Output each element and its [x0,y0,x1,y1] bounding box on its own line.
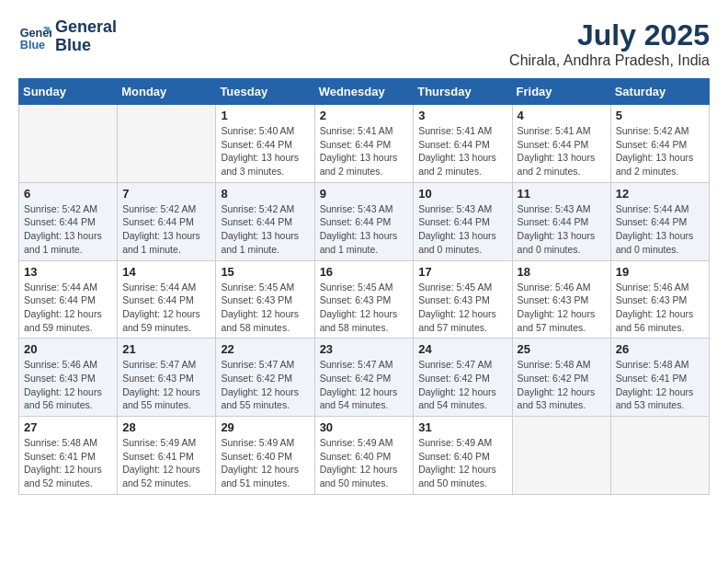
calendar-cell: 24Sunrise: 5:47 AM Sunset: 6:42 PM Dayli… [414,339,512,417]
calendar-cell: 6Sunrise: 5:42 AM Sunset: 6:44 PM Daylig… [19,182,118,260]
calendar-cell: 14Sunrise: 5:44 AM Sunset: 6:44 PM Dayli… [118,260,216,339]
calendar-cell [610,417,709,495]
logo-text: General Blue [55,18,117,55]
weekday-header-row: SundayMondayTuesdayWednesdayThursdayFrid… [19,79,710,105]
day-info: Sunrise: 5:49 AM Sunset: 6:40 PM Dayligh… [320,436,409,490]
calendar-cell [512,417,610,495]
calendar-cell: 3Sunrise: 5:41 AM Sunset: 6:44 PM Daylig… [414,105,512,183]
day-number: 10 [418,187,506,201]
calendar-cell [118,105,216,183]
calendar-cell: 27Sunrise: 5:48 AM Sunset: 6:41 PM Dayli… [19,417,118,495]
calendar-cell: 5Sunrise: 5:42 AM Sunset: 6:44 PM Daylig… [610,105,709,183]
day-number: 31 [418,420,506,434]
day-info: Sunrise: 5:49 AM Sunset: 6:40 PM Dayligh… [418,436,506,490]
day-number: 12 [616,187,704,201]
page-header: General Blue General Blue July 2025 Chir… [18,18,710,69]
day-number: 8 [221,187,309,201]
calendar-cell: 11Sunrise: 5:43 AM Sunset: 6:44 PM Dayli… [512,182,610,260]
day-info: Sunrise: 5:49 AM Sunset: 6:40 PM Dayligh… [221,436,309,490]
location: Chirala, Andhra Pradesh, India [509,52,710,69]
calendar-cell: 26Sunrise: 5:48 AM Sunset: 6:41 PM Dayli… [610,339,709,417]
day-info: Sunrise: 5:45 AM Sunset: 6:43 PM Dayligh… [320,281,409,335]
day-info: Sunrise: 5:47 AM Sunset: 6:42 PM Dayligh… [320,358,409,412]
day-number: 30 [320,420,409,434]
calendar-cell: 30Sunrise: 5:49 AM Sunset: 6:40 PM Dayli… [314,417,414,495]
calendar-table: SundayMondayTuesdayWednesdayThursdayFrid… [18,78,710,495]
calendar-cell: 21Sunrise: 5:47 AM Sunset: 6:43 PM Dayli… [118,339,216,417]
day-number: 14 [122,265,210,279]
day-number: 5 [616,109,704,122]
day-info: Sunrise: 5:47 AM Sunset: 6:43 PM Dayligh… [122,358,210,412]
logo-line2: Blue [55,36,91,54]
day-number: 1 [221,109,309,122]
weekday-header-thursday: Thursday [414,79,512,105]
day-number: 9 [320,187,409,201]
weekday-header-friday: Friday [512,79,610,105]
calendar-cell: 9Sunrise: 5:43 AM Sunset: 6:44 PM Daylig… [314,182,414,260]
day-info: Sunrise: 5:44 AM Sunset: 6:44 PM Dayligh… [616,202,704,257]
weekday-header-tuesday: Tuesday [216,79,314,105]
calendar-cell: 29Sunrise: 5:49 AM Sunset: 6:40 PM Dayli… [216,417,314,495]
day-number: 18 [518,265,606,279]
week-row-5: 27Sunrise: 5:48 AM Sunset: 6:41 PM Dayli… [19,417,710,495]
day-number: 7 [122,187,210,201]
day-info: Sunrise: 5:47 AM Sunset: 6:42 PM Dayligh… [418,358,506,412]
calendar-cell: 20Sunrise: 5:46 AM Sunset: 6:43 PM Dayli… [19,339,118,417]
weekday-header-saturday: Saturday [610,79,709,105]
calendar-cell: 17Sunrise: 5:45 AM Sunset: 6:43 PM Dayli… [414,260,512,339]
week-row-3: 13Sunrise: 5:44 AM Sunset: 6:44 PM Dayli… [19,260,710,339]
week-row-4: 20Sunrise: 5:46 AM Sunset: 6:43 PM Dayli… [19,339,710,417]
logo-line1: General [55,17,117,36]
day-info: Sunrise: 5:45 AM Sunset: 6:43 PM Dayligh… [221,281,309,335]
day-number: 20 [24,342,112,356]
calendar-cell: 4Sunrise: 5:41 AM Sunset: 6:44 PM Daylig… [512,105,610,183]
day-info: Sunrise: 5:46 AM Sunset: 6:43 PM Dayligh… [24,358,112,412]
calendar-cell: 1Sunrise: 5:40 AM Sunset: 6:44 PM Daylig… [216,105,314,183]
day-info: Sunrise: 5:41 AM Sunset: 6:44 PM Dayligh… [320,124,409,178]
calendar-cell: 28Sunrise: 5:49 AM Sunset: 6:41 PM Dayli… [118,417,216,495]
calendar-cell: 16Sunrise: 5:45 AM Sunset: 6:43 PM Dayli… [314,260,414,339]
day-info: Sunrise: 5:49 AM Sunset: 6:41 PM Dayligh… [122,436,210,490]
day-info: Sunrise: 5:42 AM Sunset: 6:44 PM Dayligh… [616,124,704,178]
day-info: Sunrise: 5:45 AM Sunset: 6:43 PM Dayligh… [418,281,506,335]
calendar-cell: 13Sunrise: 5:44 AM Sunset: 6:44 PM Dayli… [19,260,118,339]
calendar-cell: 12Sunrise: 5:44 AM Sunset: 6:44 PM Dayli… [610,182,709,260]
day-number: 13 [24,265,112,279]
day-number: 2 [320,109,409,122]
day-info: Sunrise: 5:43 AM Sunset: 6:44 PM Dayligh… [418,202,506,257]
month-year: July 2025 [509,18,710,52]
day-info: Sunrise: 5:48 AM Sunset: 6:41 PM Dayligh… [24,436,112,490]
day-info: Sunrise: 5:46 AM Sunset: 6:43 PM Dayligh… [518,281,606,335]
day-number: 3 [418,109,506,122]
weekday-header-sunday: Sunday [19,79,118,105]
day-info: Sunrise: 5:48 AM Sunset: 6:41 PM Dayligh… [616,358,704,412]
day-number: 15 [221,265,309,279]
calendar-cell: 8Sunrise: 5:42 AM Sunset: 6:44 PM Daylig… [216,182,314,260]
weekday-header-monday: Monday [118,79,216,105]
calendar-cell: 25Sunrise: 5:48 AM Sunset: 6:42 PM Dayli… [512,339,610,417]
week-row-2: 6Sunrise: 5:42 AM Sunset: 6:44 PM Daylig… [19,182,710,260]
day-info: Sunrise: 5:42 AM Sunset: 6:44 PM Dayligh… [221,202,309,257]
day-number: 16 [320,265,409,279]
calendar-cell: 2Sunrise: 5:41 AM Sunset: 6:44 PM Daylig… [314,105,414,183]
calendar-cell: 23Sunrise: 5:47 AM Sunset: 6:42 PM Dayli… [314,339,414,417]
weekday-header-wednesday: Wednesday [314,79,414,105]
calendar-cell: 22Sunrise: 5:47 AM Sunset: 6:42 PM Dayli… [216,339,314,417]
day-info: Sunrise: 5:44 AM Sunset: 6:44 PM Dayligh… [122,281,210,335]
day-number: 4 [518,109,606,122]
title-section: July 2025 Chirala, Andhra Pradesh, India [509,18,710,69]
day-number: 26 [616,342,704,356]
calendar-cell: 31Sunrise: 5:49 AM Sunset: 6:40 PM Dayli… [414,417,512,495]
day-info: Sunrise: 5:46 AM Sunset: 6:43 PM Dayligh… [616,281,704,335]
day-number: 29 [221,420,309,434]
calendar-cell: 10Sunrise: 5:43 AM Sunset: 6:44 PM Dayli… [414,182,512,260]
day-number: 28 [122,420,210,434]
svg-text:Blue: Blue [20,38,45,51]
day-info: Sunrise: 5:47 AM Sunset: 6:42 PM Dayligh… [221,358,309,412]
day-number: 19 [616,265,704,279]
week-row-1: 1Sunrise: 5:40 AM Sunset: 6:44 PM Daylig… [19,105,710,183]
day-info: Sunrise: 5:41 AM Sunset: 6:44 PM Dayligh… [418,124,506,178]
day-info: Sunrise: 5:42 AM Sunset: 6:44 PM Dayligh… [24,202,112,257]
day-number: 17 [418,265,506,279]
logo-icon: General Blue [18,20,51,53]
